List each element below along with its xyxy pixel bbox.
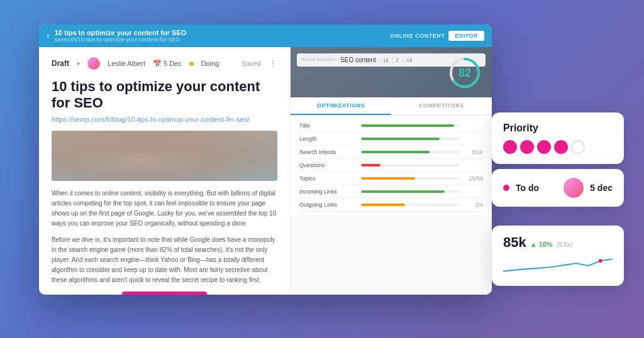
stats-change: ▲ 10% bbox=[530, 241, 553, 248]
author-avatar bbox=[87, 57, 100, 70]
priority-card: Priority bbox=[492, 112, 624, 164]
metric-label: Topics bbox=[299, 175, 356, 182]
browser-title: 10 tips to optimize your content for SEO bbox=[55, 29, 385, 36]
metric-row: Search Intents 8/10 bbox=[299, 146, 483, 159]
metric-bar-container bbox=[361, 190, 459, 193]
publish-button[interactable]: Mark as published bbox=[122, 292, 208, 295]
metric-row: Title bbox=[299, 119, 483, 133]
seo-panel: Focus Keyword SEO content 1k 2 All 82 bbox=[291, 47, 492, 295]
metric-score: 2/4 bbox=[464, 202, 483, 208]
metric-bar bbox=[361, 190, 445, 193]
svg-point-2 bbox=[599, 259, 602, 263]
toolbar-date: 📅 5 Dec bbox=[153, 60, 182, 68]
priority-dot-5 bbox=[571, 140, 585, 154]
metric-bar bbox=[361, 138, 440, 140]
metric-bar-container bbox=[361, 177, 459, 180]
metric-label: Incoming Links bbox=[299, 188, 356, 195]
author-name: Leslie Albert bbox=[108, 60, 145, 67]
keyword-value[interactable]: SEO content bbox=[340, 57, 376, 63]
priority-dots bbox=[503, 140, 613, 154]
metric-row: Topics 15/50 bbox=[299, 172, 483, 185]
priority-dot-3 bbox=[537, 140, 551, 154]
calendar-icon: 📅 bbox=[153, 60, 162, 68]
metric-bar bbox=[361, 151, 430, 153]
browser-window: ‹ 10 tips to optimize your content for S… bbox=[39, 25, 492, 295]
kw-stat-difficulty: 2 bbox=[392, 57, 399, 63]
metric-bar-container bbox=[361, 204, 459, 206]
priority-card-label: Priority bbox=[503, 123, 613, 134]
kw-stat-volume: 1k bbox=[380, 57, 389, 63]
kw-stat-all: All bbox=[402, 57, 412, 63]
metric-bar bbox=[361, 204, 405, 206]
article-hero-image bbox=[52, 131, 277, 181]
todo-avatar bbox=[564, 178, 584, 198]
metric-bar-container bbox=[361, 138, 459, 140]
image-overlay bbox=[52, 131, 277, 181]
metric-label: Questions bbox=[299, 162, 356, 168]
sparkline-chart bbox=[503, 256, 613, 275]
todo-text: To do bbox=[516, 183, 557, 193]
metric-bar bbox=[361, 177, 415, 180]
article-url: https://semp.com/fr/blog/10-tips-to-opti… bbox=[52, 116, 277, 123]
focus-keyword-label: Focus Keyword bbox=[302, 57, 336, 62]
seo-score-circle: 82 bbox=[448, 56, 482, 90]
metric-label: Length bbox=[299, 136, 356, 142]
todo-card: To do 5 dec bbox=[492, 169, 624, 207]
seo-tabs: OPTIMIZATIONS COMPETITORS bbox=[291, 97, 492, 116]
stats-prev: (8.5k) bbox=[557, 241, 573, 248]
date-label: 5 Dec bbox=[164, 60, 182, 67]
tab-optimizations[interactable]: OPTIMIZATIONS bbox=[291, 97, 391, 115]
metric-bar-container bbox=[361, 124, 459, 127]
todo-indicator bbox=[503, 185, 509, 191]
tab-competitors[interactable]: COMPETITORS bbox=[391, 97, 492, 115]
draft-arrow-icon: ▾ bbox=[77, 60, 80, 67]
stats-card: 85k ▲ 10% (8.5k) bbox=[492, 226, 624, 286]
back-icon[interactable]: ‹ bbox=[47, 31, 50, 41]
metric-bar bbox=[361, 164, 380, 166]
metric-bar-container bbox=[361, 151, 459, 153]
article-title: 10 tips to optimize your content for SEO bbox=[52, 79, 277, 112]
draft-badge[interactable]: Draft bbox=[52, 59, 69, 68]
metric-row: Questions bbox=[299, 159, 483, 172]
main-container: ‹ 10 tips to optimize your content for S… bbox=[39, 25, 605, 313]
status-label: Doing bbox=[201, 60, 219, 67]
stats-number: 85k bbox=[503, 234, 526, 251]
metric-label: Search Intents bbox=[299, 149, 356, 155]
article-body-2: Before we dive in, it's important to not… bbox=[52, 235, 277, 285]
metric-label: Title bbox=[299, 123, 356, 129]
priority-dot-1 bbox=[503, 140, 517, 154]
browser-url-area: 10 tips to optimize your content for SEO… bbox=[55, 29, 385, 43]
article-body-1: When it comes to online content, visibil… bbox=[52, 188, 277, 229]
metric-score: 8/10 bbox=[464, 149, 483, 155]
status-dot bbox=[189, 62, 194, 66]
browser-tabs: ONLINE CONTENT EDITOR bbox=[390, 31, 484, 41]
todo-date: 5 dec bbox=[590, 183, 613, 193]
metric-bar-container bbox=[361, 164, 459, 166]
priority-dot-2 bbox=[520, 140, 534, 154]
more-icon[interactable]: ⋮ bbox=[269, 58, 277, 68]
metric-row: Incoming Links bbox=[299, 185, 483, 199]
tab-online-content[interactable]: ONLINE CONTENT bbox=[390, 33, 445, 39]
editor-toolbar: Draft ▾ Leslie Albert 📅 5 Dec Doing Save… bbox=[52, 57, 277, 70]
editor-panel: Draft ▾ Leslie Albert 📅 5 Dec Doing Save… bbox=[39, 47, 291, 295]
metric-bar bbox=[361, 124, 454, 127]
tab-editor[interactable]: EDITOR bbox=[448, 31, 484, 41]
metric-score: 15/50 bbox=[464, 175, 483, 182]
seo-score-number: 82 bbox=[458, 67, 471, 80]
metric-row: Outgoing Links 2/4 bbox=[299, 199, 483, 212]
browser-content: Draft ▾ Leslie Albert 📅 5 Dec Doing Save… bbox=[39, 47, 492, 295]
browser-url: semrush/10-tips-to-optimize-your-content… bbox=[55, 36, 385, 43]
metric-row: Length bbox=[299, 133, 483, 146]
priority-dot-4 bbox=[554, 140, 568, 154]
seo-metrics-list: Title Length Search Intents 8/10 Questio… bbox=[291, 116, 492, 215]
browser-bar: ‹ 10 tips to optimize your content for S… bbox=[39, 25, 492, 47]
metric-label: Outgoing Links bbox=[299, 202, 356, 208]
stats-main-row: 85k ▲ 10% (8.5k) bbox=[503, 234, 613, 251]
saved-label: Saved bbox=[242, 60, 261, 67]
